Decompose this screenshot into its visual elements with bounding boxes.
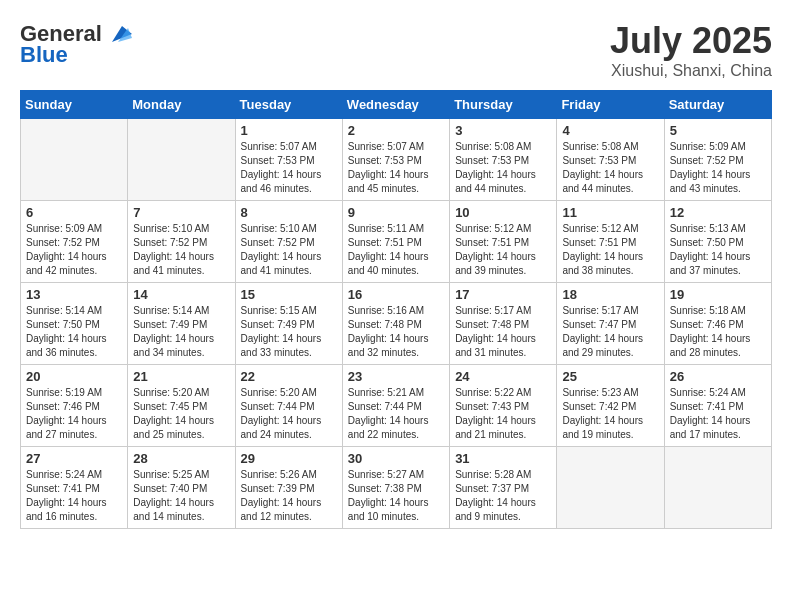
- day-info: Sunrise: 5:23 AM Sunset: 7:42 PM Dayligh…: [562, 386, 658, 442]
- calendar-cell: 24Sunrise: 5:22 AM Sunset: 7:43 PM Dayli…: [450, 365, 557, 447]
- calendar-table: SundayMondayTuesdayWednesdayThursdayFrid…: [20, 90, 772, 529]
- page-header: General Blue July 2025 Xiushui, Shanxi, …: [20, 20, 772, 80]
- day-number: 24: [455, 369, 551, 384]
- calendar-cell: 23Sunrise: 5:21 AM Sunset: 7:44 PM Dayli…: [342, 365, 449, 447]
- calendar-cell: [557, 447, 664, 529]
- day-info: Sunrise: 5:08 AM Sunset: 7:53 PM Dayligh…: [455, 140, 551, 196]
- day-info: Sunrise: 5:25 AM Sunset: 7:40 PM Dayligh…: [133, 468, 229, 524]
- calendar-cell: 31Sunrise: 5:28 AM Sunset: 7:37 PM Dayli…: [450, 447, 557, 529]
- calendar-cell: 5Sunrise: 5:09 AM Sunset: 7:52 PM Daylig…: [664, 119, 771, 201]
- day-number: 10: [455, 205, 551, 220]
- day-number: 3: [455, 123, 551, 138]
- day-number: 27: [26, 451, 122, 466]
- day-info: Sunrise: 5:17 AM Sunset: 7:48 PM Dayligh…: [455, 304, 551, 360]
- calendar-subtitle: Xiushui, Shanxi, China: [610, 62, 772, 80]
- calendar-cell: 9Sunrise: 5:11 AM Sunset: 7:51 PM Daylig…: [342, 201, 449, 283]
- logo-blue-text: Blue: [20, 42, 68, 68]
- calendar-cell: 2Sunrise: 5:07 AM Sunset: 7:53 PM Daylig…: [342, 119, 449, 201]
- calendar-week-row: 27Sunrise: 5:24 AM Sunset: 7:41 PM Dayli…: [21, 447, 772, 529]
- day-number: 7: [133, 205, 229, 220]
- day-number: 23: [348, 369, 444, 384]
- day-number: 9: [348, 205, 444, 220]
- calendar-cell: 30Sunrise: 5:27 AM Sunset: 7:38 PM Dayli…: [342, 447, 449, 529]
- day-info: Sunrise: 5:11 AM Sunset: 7:51 PM Dayligh…: [348, 222, 444, 278]
- weekday-header-sunday: Sunday: [21, 91, 128, 119]
- day-number: 18: [562, 287, 658, 302]
- calendar-cell: 21Sunrise: 5:20 AM Sunset: 7:45 PM Dayli…: [128, 365, 235, 447]
- day-number: 1: [241, 123, 337, 138]
- day-info: Sunrise: 5:26 AM Sunset: 7:39 PM Dayligh…: [241, 468, 337, 524]
- calendar-cell: 20Sunrise: 5:19 AM Sunset: 7:46 PM Dayli…: [21, 365, 128, 447]
- day-info: Sunrise: 5:24 AM Sunset: 7:41 PM Dayligh…: [26, 468, 122, 524]
- calendar-cell: [664, 447, 771, 529]
- day-number: 6: [26, 205, 122, 220]
- day-info: Sunrise: 5:10 AM Sunset: 7:52 PM Dayligh…: [133, 222, 229, 278]
- calendar-cell: 11Sunrise: 5:12 AM Sunset: 7:51 PM Dayli…: [557, 201, 664, 283]
- weekday-header-wednesday: Wednesday: [342, 91, 449, 119]
- weekday-header-tuesday: Tuesday: [235, 91, 342, 119]
- day-number: 11: [562, 205, 658, 220]
- day-info: Sunrise: 5:09 AM Sunset: 7:52 PM Dayligh…: [26, 222, 122, 278]
- day-info: Sunrise: 5:07 AM Sunset: 7:53 PM Dayligh…: [348, 140, 444, 196]
- calendar-cell: 29Sunrise: 5:26 AM Sunset: 7:39 PM Dayli…: [235, 447, 342, 529]
- calendar-cell: 10Sunrise: 5:12 AM Sunset: 7:51 PM Dayli…: [450, 201, 557, 283]
- day-number: 14: [133, 287, 229, 302]
- day-number: 5: [670, 123, 766, 138]
- day-info: Sunrise: 5:18 AM Sunset: 7:46 PM Dayligh…: [670, 304, 766, 360]
- calendar-cell: 15Sunrise: 5:15 AM Sunset: 7:49 PM Dayli…: [235, 283, 342, 365]
- day-number: 22: [241, 369, 337, 384]
- calendar-cell: 12Sunrise: 5:13 AM Sunset: 7:50 PM Dayli…: [664, 201, 771, 283]
- weekday-header-friday: Friday: [557, 91, 664, 119]
- calendar-cell: 28Sunrise: 5:25 AM Sunset: 7:40 PM Dayli…: [128, 447, 235, 529]
- day-number: 2: [348, 123, 444, 138]
- calendar-cell: 1Sunrise: 5:07 AM Sunset: 7:53 PM Daylig…: [235, 119, 342, 201]
- day-number: 15: [241, 287, 337, 302]
- calendar-week-row: 20Sunrise: 5:19 AM Sunset: 7:46 PM Dayli…: [21, 365, 772, 447]
- day-number: 16: [348, 287, 444, 302]
- calendar-cell: 25Sunrise: 5:23 AM Sunset: 7:42 PM Dayli…: [557, 365, 664, 447]
- day-info: Sunrise: 5:22 AM Sunset: 7:43 PM Dayligh…: [455, 386, 551, 442]
- day-number: 31: [455, 451, 551, 466]
- calendar-week-row: 1Sunrise: 5:07 AM Sunset: 7:53 PM Daylig…: [21, 119, 772, 201]
- day-info: Sunrise: 5:16 AM Sunset: 7:48 PM Dayligh…: [348, 304, 444, 360]
- calendar-cell: 18Sunrise: 5:17 AM Sunset: 7:47 PM Dayli…: [557, 283, 664, 365]
- title-section: July 2025 Xiushui, Shanxi, China: [610, 20, 772, 80]
- day-info: Sunrise: 5:21 AM Sunset: 7:44 PM Dayligh…: [348, 386, 444, 442]
- day-number: 19: [670, 287, 766, 302]
- logo-icon: [104, 20, 132, 48]
- day-info: Sunrise: 5:10 AM Sunset: 7:52 PM Dayligh…: [241, 222, 337, 278]
- calendar-cell: 17Sunrise: 5:17 AM Sunset: 7:48 PM Dayli…: [450, 283, 557, 365]
- day-number: 26: [670, 369, 766, 384]
- weekday-header-thursday: Thursday: [450, 91, 557, 119]
- calendar-cell: 22Sunrise: 5:20 AM Sunset: 7:44 PM Dayli…: [235, 365, 342, 447]
- calendar-title: July 2025: [610, 20, 772, 62]
- day-info: Sunrise: 5:08 AM Sunset: 7:53 PM Dayligh…: [562, 140, 658, 196]
- calendar-cell: 8Sunrise: 5:10 AM Sunset: 7:52 PM Daylig…: [235, 201, 342, 283]
- day-number: 30: [348, 451, 444, 466]
- calendar-cell: 16Sunrise: 5:16 AM Sunset: 7:48 PM Dayli…: [342, 283, 449, 365]
- logo: General Blue: [20, 20, 132, 68]
- day-info: Sunrise: 5:09 AM Sunset: 7:52 PM Dayligh…: [670, 140, 766, 196]
- day-number: 8: [241, 205, 337, 220]
- calendar-cell: 14Sunrise: 5:14 AM Sunset: 7:49 PM Dayli…: [128, 283, 235, 365]
- calendar-week-row: 13Sunrise: 5:14 AM Sunset: 7:50 PM Dayli…: [21, 283, 772, 365]
- calendar-cell: 6Sunrise: 5:09 AM Sunset: 7:52 PM Daylig…: [21, 201, 128, 283]
- day-number: 20: [26, 369, 122, 384]
- day-number: 25: [562, 369, 658, 384]
- day-number: 21: [133, 369, 229, 384]
- day-number: 13: [26, 287, 122, 302]
- calendar-cell: 4Sunrise: 5:08 AM Sunset: 7:53 PM Daylig…: [557, 119, 664, 201]
- calendar-cell: [128, 119, 235, 201]
- day-info: Sunrise: 5:17 AM Sunset: 7:47 PM Dayligh…: [562, 304, 658, 360]
- weekday-header-row: SundayMondayTuesdayWednesdayThursdayFrid…: [21, 91, 772, 119]
- day-number: 29: [241, 451, 337, 466]
- weekday-header-monday: Monday: [128, 91, 235, 119]
- calendar-cell: 13Sunrise: 5:14 AM Sunset: 7:50 PM Dayli…: [21, 283, 128, 365]
- day-number: 17: [455, 287, 551, 302]
- day-info: Sunrise: 5:13 AM Sunset: 7:50 PM Dayligh…: [670, 222, 766, 278]
- day-info: Sunrise: 5:12 AM Sunset: 7:51 PM Dayligh…: [455, 222, 551, 278]
- day-info: Sunrise: 5:19 AM Sunset: 7:46 PM Dayligh…: [26, 386, 122, 442]
- calendar-cell: 26Sunrise: 5:24 AM Sunset: 7:41 PM Dayli…: [664, 365, 771, 447]
- day-info: Sunrise: 5:20 AM Sunset: 7:45 PM Dayligh…: [133, 386, 229, 442]
- day-info: Sunrise: 5:15 AM Sunset: 7:49 PM Dayligh…: [241, 304, 337, 360]
